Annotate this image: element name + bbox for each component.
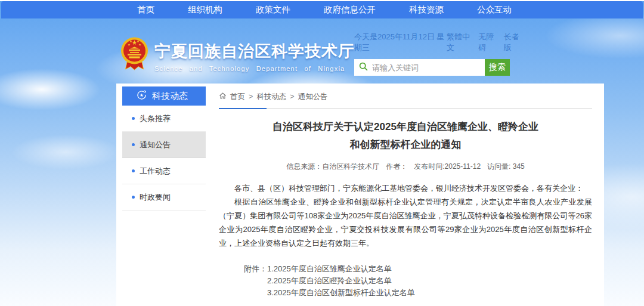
article-title: 自治区科技厅关于认定2025年度自治区雏鹰企业、瞪羚企业 和创新型标杆企业的通知 — [219, 118, 592, 154]
nav-item-gov-info-disclosure[interactable]: 政府信息公开 — [324, 4, 376, 16]
header-utility-area: 今天是2025年11月12日 星期三 繁體中文 无障碍 长者版 搜索 — [354, 32, 524, 76]
search-bar: 搜索 — [354, 59, 510, 76]
sidebar: 科技动态 头条推荐 通知公告 工作动态 时政要闻 — [122, 84, 206, 306]
nav-item-policy-documents[interactable]: 政策文件 — [256, 4, 290, 16]
article-author: 作者： — [386, 162, 407, 172]
breadcrumb-scitech-news[interactable]: 科技动态 — [256, 92, 286, 102]
attachment-link-2[interactable]: 2.2025年度自治区瞪羚企业认定名单 — [267, 275, 415, 287]
breadcrumb-underline — [219, 108, 592, 109]
article-title-line1: 自治区科技厅关于认定2025年度自治区雏鹰企业、瞪羚企业 — [219, 118, 592, 136]
breadcrumb-notices[interactable]: 通知公告 — [298, 92, 328, 102]
article-publish-time: 发布时间:2025-11-12 — [414, 162, 481, 172]
sidebar-header: 科技动态 — [122, 86, 206, 106]
breadcrumb-home[interactable]: 首页 — [230, 92, 245, 102]
sidebar-item-label: 头条推荐 — [140, 113, 171, 124]
breadcrumb-separator: > — [290, 92, 294, 101]
breadcrumb-underline-accent — [219, 108, 267, 109]
sidebar-item-headlines[interactable]: 头条推荐 — [122, 106, 206, 132]
search-input[interactable] — [372, 63, 485, 72]
nav-item-public-interaction[interactable]: 公众互动 — [477, 4, 512, 16]
article-main-area: 首页 > 科技动态 > 通知公告 自治区科技厅关于认定2025年度自治区雏鹰企业… — [206, 84, 604, 306]
site-header: 宁夏回族自治区科学技术厅 Science and Technology Depa… — [120, 36, 355, 74]
sidebar-item-label: 工作动态 — [140, 166, 171, 177]
article-paragraph: 各市、县（区）科技管理部门，宁东能源化工基地管委会，银川经济技术开发区管委会，各… — [219, 181, 592, 195]
bullet-dot-icon — [132, 196, 135, 199]
attachment-link-3[interactable]: 3.2025年度自治区创新型标杆企业认定名单 — [267, 287, 415, 299]
content-panel: 科技动态 头条推荐 通知公告 工作动态 时政要闻 首页 > — [116, 84, 604, 306]
sidebar-title: 科技动态 — [152, 91, 188, 102]
link-traditional-chinese[interactable]: 繁體中文 — [447, 32, 473, 53]
home-icon — [219, 92, 227, 101]
article-title-line2: 和创新型标杆企业的通知 — [219, 136, 592, 154]
attachments-label: 附件： — [244, 263, 267, 299]
breadcrumb-separator: > — [249, 92, 253, 101]
attachments-block: 附件： 1.2025年度自治区雏鹰企业认定名单 2.2025年度自治区瞪羚企业认… — [244, 263, 592, 299]
site-title: 宁夏回族自治区科学技术厅 — [154, 41, 355, 62]
star-circle-icon — [137, 90, 147, 102]
sidebar-item-current-politics[interactable]: 时政要闻 — [122, 184, 206, 211]
sidebar-item-notices[interactable]: 通知公告 — [122, 132, 206, 158]
attachment-link-1[interactable]: 1.2025年度自治区雏鹰企业认定名单 — [267, 263, 415, 275]
article-source: 信息来源：自治区科学技术厅 — [286, 162, 379, 172]
article-visit-count: 访问量: 345 — [487, 162, 525, 172]
article-meta: 信息来源：自治区科学技术厅 作者： 发布时间:2025-11-12 访问量: 3… — [219, 162, 592, 172]
nav-item-organization[interactable]: 组织机构 — [188, 4, 222, 16]
link-accessibility[interactable]: 无障碍 — [478, 32, 498, 53]
national-emblem-logo — [120, 36, 148, 74]
article-body: 各市、县（区）科技管理部门，宁东能源化工基地管委会，银川经济技术开发区管委会，各… — [219, 181, 592, 250]
nav-item-sci-tech-resources[interactable]: 科技资源 — [409, 4, 444, 16]
bullet-dot-icon — [132, 117, 135, 120]
current-date-text: 今天是2025年11月12日 星期三 — [354, 32, 447, 53]
link-elderly-version[interactable]: 长者版 — [504, 32, 524, 53]
search-icon — [359, 62, 368, 73]
article-paragraph: 根据自治区雏鹰企业、瞪羚企业和创新型标杆企业认定管理有关规定，决定认定半亩良人农… — [219, 195, 592, 250]
sidebar-item-label: 通知公告 — [140, 140, 171, 150]
top-navigation-bar: 首页 组织机构 政策文件 政府信息公开 科技资源 公众互动 — [1, 1, 643, 18]
search-button[interactable]: 搜索 — [485, 59, 510, 76]
nav-item-home[interactable]: 首页 — [137, 4, 154, 16]
sidebar-item-label: 时政要闻 — [140, 192, 171, 203]
bullet-dot-icon — [132, 143, 135, 146]
sidebar-item-work-updates[interactable]: 工作动态 — [122, 158, 206, 184]
site-subtitle-english: Science and Technology Department of Nin… — [154, 65, 355, 72]
bullet-dot-icon — [132, 169, 135, 172]
breadcrumb: 首页 > 科技动态 > 通知公告 — [219, 89, 592, 104]
